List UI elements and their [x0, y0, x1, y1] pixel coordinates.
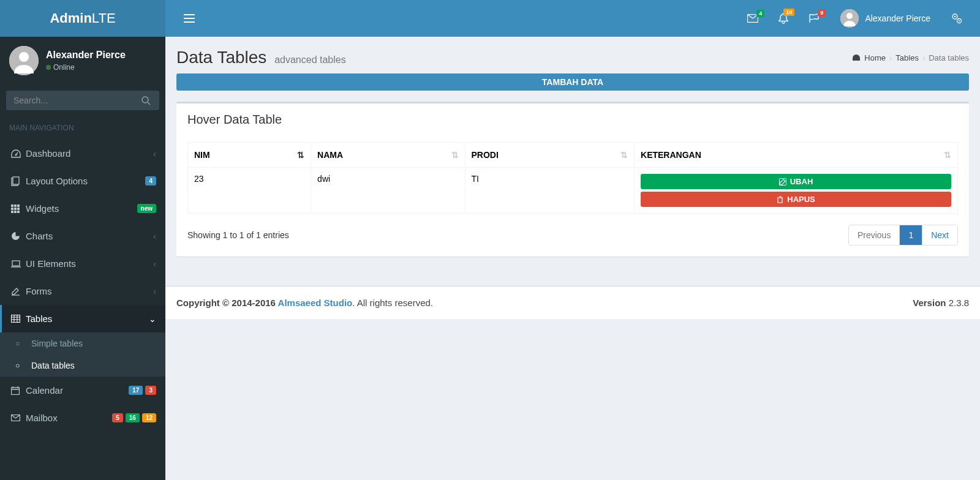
top-navbar: 4 10 9 Alexander Pierce [165, 0, 980, 37]
sidebar-item-dashboard[interactable]: Dashboard ‹ [0, 140, 165, 167]
mailbox-badge-2: 16 [126, 413, 140, 422]
svg-point-6 [959, 20, 960, 21]
sidebar-item-calendar[interactable]: Calendar 17 3 [0, 377, 165, 404]
user-status: Online [46, 63, 126, 72]
table-info: Showing 1 to 1 of 1 entries [187, 230, 289, 240]
sidebar-sub-data-tables[interactable]: ○Data tables [0, 354, 165, 377]
breadcrumb-current: Data tables [929, 53, 969, 62]
brand-logo[interactable]: AdminLTE [0, 0, 165, 37]
breadcrumb-parent[interactable]: Tables [895, 53, 919, 62]
copyright-text: Copyright © 2014-2016 Almsaeed Studio [176, 298, 352, 308]
svg-rect-15 [11, 208, 13, 210]
sort-icon: ⇅ [944, 150, 951, 160]
trash-icon [777, 196, 783, 203]
sidebar-item-layout[interactable]: Layout Options 4 [0, 167, 165, 195]
calendar-badge-2: 3 [145, 386, 156, 395]
tasks-badge: 9 [818, 9, 826, 17]
sidebar-item-charts[interactable]: Charts ‹ [0, 222, 165, 250]
studio-link[interactable]: Almsaeed Studio [278, 298, 353, 308]
online-dot-icon [46, 65, 51, 70]
data-table: NIM⇅ NAMA⇅ PRODI⇅ KETERANGAN⇅ 23 dwi TI [187, 142, 958, 214]
main-header: AdminLTE 4 10 9 Alexander Pierce [0, 0, 980, 37]
edit-button[interactable]: UBAH [641, 174, 951, 189]
mailbox-badge-3: 12 [142, 413, 156, 422]
cell-nama: dwi [311, 168, 465, 214]
laptop-icon [11, 260, 26, 268]
chevron-left-icon: ‹ [153, 259, 156, 269]
table-icon [11, 315, 26, 323]
cell-actions: UBAH HAPUS [635, 168, 958, 214]
svg-point-2 [846, 13, 853, 19]
breadcrumb-home[interactable]: Home [864, 53, 886, 62]
tasks-menu[interactable]: 9 [800, 4, 828, 32]
sidebar-item-ui[interactable]: UI Elements ‹ [0, 250, 165, 277]
bars-icon [184, 14, 195, 23]
user-panel: Alexander Pierce Online [0, 37, 165, 84]
page-subtitle: advanced tables [274, 54, 346, 65]
sidebar-toggle-button[interactable] [175, 5, 204, 32]
files-icon [11, 176, 26, 186]
main-sidebar: Alexander Pierce Online MAIN NAVIGATION … [0, 0, 165, 480]
table-header-row: NIM⇅ NAMA⇅ PRODI⇅ KETERANGAN⇅ [188, 143, 958, 168]
svg-rect-23 [12, 388, 20, 395]
delete-button[interactable]: HAPUS [641, 192, 951, 207]
svg-rect-21 [12, 261, 20, 266]
svg-rect-19 [14, 211, 17, 213]
breadcrumb: Home › Tables › Data tables [852, 53, 969, 62]
svg-rect-22 [12, 315, 20, 323]
pagination-next[interactable]: Next [922, 225, 957, 245]
svg-rect-13 [14, 204, 17, 207]
data-table-box: Hover Data Table NIM⇅ NAMA⇅ PRODI⇅ KETER… [176, 102, 969, 257]
sort-icon: ⇅ [620, 150, 628, 160]
svg-rect-18 [11, 211, 13, 213]
box-title: Hover Data Table [187, 113, 282, 126]
messages-menu[interactable]: 4 [739, 5, 767, 32]
table-footer: Showing 1 to 1 of 1 entries Previous 1 N… [187, 214, 958, 246]
svg-point-9 [142, 97, 148, 103]
search-icon [141, 96, 151, 105]
gears-icon [951, 13, 962, 24]
sidebar-item-tables[interactable]: Tables ⌄ [0, 305, 165, 332]
dashboard-icon [11, 149, 26, 158]
pagination-page-1[interactable]: 1 [900, 225, 922, 245]
col-nim[interactable]: NIM⇅ [188, 143, 311, 168]
sidebar-section-header: MAIN NAVIGATION [0, 116, 165, 140]
content-header: Data Tables advanced tables Home › Table… [165, 37, 980, 73]
cell-prodi: TI [465, 168, 635, 214]
messages-badge: 4 [756, 10, 764, 17]
version-number: 2.3.8 [946, 298, 969, 308]
sidebar-sub-simple-tables[interactable]: ○Simple tables [0, 332, 165, 354]
circle-o-icon: ○ [15, 361, 25, 370]
edit-icon [779, 178, 786, 186]
user-panel-name: Alexander Pierce [46, 50, 126, 61]
mailbox-badge-1: 5 [112, 413, 123, 422]
sidebar-item-mailbox[interactable]: Mailbox 5 16 12 [0, 404, 165, 432]
pagination-prev[interactable]: Previous [849, 225, 899, 245]
add-data-button[interactable]: TAMBAH DATA [176, 73, 969, 91]
avatar [840, 9, 859, 28]
user-menu[interactable]: Alexander Pierce [831, 3, 940, 34]
col-keterangan[interactable]: KETERANGAN⇅ [635, 143, 958, 168]
sort-asc-icon: ⇅ [297, 150, 304, 160]
svg-rect-16 [14, 208, 17, 210]
svg-point-8 [19, 52, 29, 62]
control-sidebar-toggle[interactable] [943, 4, 971, 33]
layout-badge: 4 [145, 176, 156, 186]
search-button[interactable] [133, 91, 159, 110]
sidebar-item-widgets[interactable]: Widgets new [0, 195, 165, 222]
chevron-left-icon: ‹ [153, 287, 156, 296]
col-prodi[interactable]: PRODI⇅ [465, 143, 635, 168]
notifications-menu[interactable]: 10 [770, 4, 797, 33]
svg-rect-20 [17, 211, 20, 213]
page-title: Data Tables advanced tables [176, 48, 346, 67]
col-nama[interactable]: NAMA⇅ [311, 143, 465, 168]
version-label: Version [913, 298, 946, 308]
edit-icon [11, 287, 26, 296]
sidebar-item-forms[interactable]: Forms ‹ [0, 277, 165, 305]
calendar-badge-1: 17 [129, 386, 143, 395]
th-icon [11, 204, 26, 213]
search-input[interactable] [6, 91, 133, 110]
main-footer: Copyright © 2014-2016 Almsaeed Studio. A… [165, 286, 980, 319]
nav-right: 4 10 9 Alexander Pierce [739, 3, 971, 34]
chevron-left-icon: ‹ [153, 149, 156, 159]
